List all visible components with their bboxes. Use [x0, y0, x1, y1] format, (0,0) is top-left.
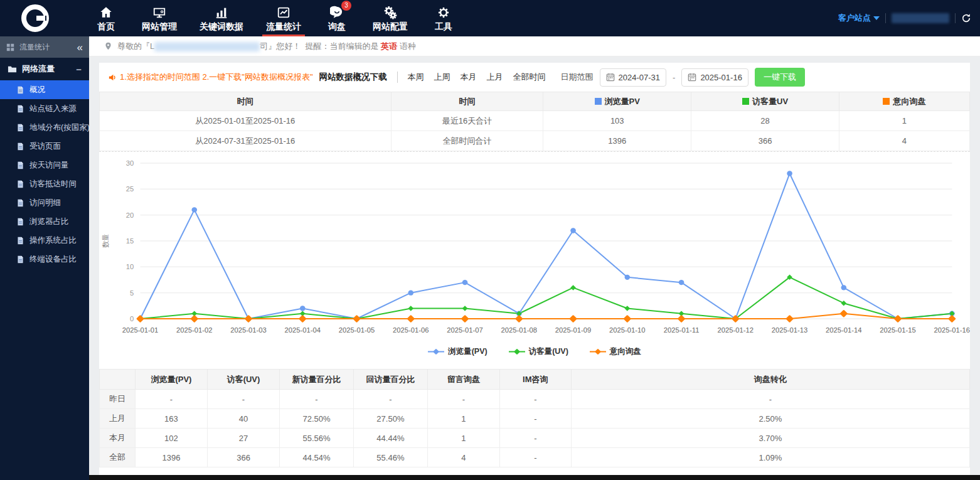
stats-cell: - [207, 390, 279, 409]
stats-table-wrap: 浏览量(PV)访客(UV)新访量百分比回访量百分比留言询盘IM咨询询盘转化 昨日… [99, 369, 970, 467]
keyword-data-icon [215, 4, 228, 19]
chart-section: 051015202530数量2025-01-012025-01-022025-0… [99, 151, 970, 360]
summary-table: 时间时间浏览量PV访客量UV意向询盘 从2025-01-01至2025-01-1… [99, 92, 970, 151]
table-row: 昨日------- [100, 390, 970, 409]
taskbar-strip [89, 475, 980, 480]
language-highlight: 英语 [381, 41, 397, 51]
nav-item-7[interactable]: 工具 [419, 0, 468, 36]
svg-text:2025-01-14: 2025-01-14 [826, 326, 862, 334]
stats-col-header: 浏览量(PV) [135, 370, 207, 390]
doc-icon [16, 124, 24, 132]
summary-cell: 从2025-01-01至2025-01-16 [100, 111, 391, 131]
sidebar-item-10[interactable]: 终端设备占比 [0, 250, 89, 269]
table-row: 从2025-01-01至2025-01-16最近16天合计103281 [100, 111, 970, 131]
date-to-input[interactable]: 2025-01-16 [681, 68, 748, 87]
account-name-redacted [892, 13, 949, 23]
sidebar-group-network-traffic[interactable]: 网络流量 − [0, 58, 89, 80]
sidebar-item-6[interactable]: 访客抵达时间 [0, 174, 89, 193]
legend-item-2[interactable]: 访客量(UV) [509, 346, 568, 357]
sidebar-item-label: 按天访问量 [29, 160, 69, 171]
stats-cell: 4 [427, 448, 499, 467]
stats-cell: 44.44% [353, 429, 427, 448]
nav-item-3[interactable]: 关键词数据 [188, 0, 255, 36]
top-navbar: 首页 网站管理 关键词数据 流量统计3 询盘 网站配置 工具 客户站点 [0, 0, 980, 36]
quick-link-1[interactable]: 本周 [408, 72, 424, 83]
home-icon [99, 4, 113, 19]
traffic-stats-icon [277, 4, 290, 19]
summary-col-header: 时间 [100, 92, 391, 111]
controls-row: 1.选择指定的时间范围 2.一键下载"网站数据概况报表" 网站数据概况下载 本周… [99, 63, 970, 92]
legend-swatch [742, 98, 749, 105]
summary-cell: 1396 [543, 131, 691, 151]
sidebar-collapse-button[interactable]: « [77, 42, 83, 53]
stats-cell: 3.70% [571, 429, 969, 448]
collapse-minus-icon[interactable]: − [76, 64, 82, 75]
main-nav: 首页 网站管理 关键词数据 流量统计3 询盘 网站配置 工具 [82, 0, 468, 36]
summary-col-header: 时间 [391, 92, 543, 111]
legend-marker-icon [590, 348, 606, 356]
sidebar-item-label: 站点链入来源 [29, 104, 77, 114]
stats-cell: 40 [207, 409, 279, 429]
nav-item-label: 流量统计 [266, 21, 301, 33]
quick-link-2[interactable]: 上周 [434, 72, 450, 83]
svg-text:2025-01-01: 2025-01-01 [122, 326, 159, 334]
legend-item-1[interactable]: 浏览量(PV) [428, 346, 487, 357]
legend-item-3[interactable]: 意向询盘 [590, 346, 641, 357]
date-from-input[interactable]: 2024-07-31 [600, 68, 667, 87]
doc-icon [16, 237, 24, 245]
stats-cell: - [499, 429, 571, 448]
stats-cell: 1 [427, 429, 499, 448]
quick-range-links: 本周上周本月上月全部时间 [408, 72, 546, 83]
svg-text:2025-01-10: 2025-01-10 [609, 326, 646, 334]
sidebar-item-1[interactable]: 概况 [0, 80, 89, 99]
legend-label: 意向询盘 [610, 346, 641, 357]
stats-cell: 55.46% [353, 448, 427, 467]
inquiry-icon: 3 [330, 4, 344, 19]
doc-icon [16, 255, 24, 264]
download-button[interactable]: 一键下载 [755, 68, 805, 87]
svg-text:2025-01-04: 2025-01-04 [284, 326, 321, 334]
sidebar-item-5[interactable]: 按天访问量 [0, 156, 89, 174]
customer-site-dropdown[interactable]: 客户站点 [838, 13, 880, 24]
svg-text:20: 20 [126, 211, 134, 219]
sidebar-item-3[interactable]: 地域分布(按国家) [0, 118, 89, 137]
stats-cell: 72.50% [280, 409, 354, 429]
svg-text:2025-01-02: 2025-01-02 [176, 326, 213, 334]
inquiry-badge: 3 [341, 1, 351, 11]
sidebar-item-7[interactable]: 访问明细 [0, 193, 89, 212]
nav-item-5[interactable]: 3 询盘 [312, 0, 361, 36]
traffic-line-chart: 051015202530数量2025-01-012025-01-022025-0… [99, 154, 970, 343]
stats-row-label: 昨日 [100, 390, 136, 409]
stats-cell: 163 [135, 409, 207, 429]
stats-col-header: IM咨询 [499, 370, 571, 390]
refresh-icon[interactable] [961, 13, 971, 23]
summary-cell: 4 [839, 131, 969, 151]
table-row: 从2024-07-31至2025-01-16全部时间合计13963664 [100, 131, 970, 151]
table-row: 全部139636644.54%55.46%4-1.09% [100, 448, 970, 467]
nav-item-4[interactable]: 流量统计 [255, 0, 312, 36]
table-row: 本月1022755.56%44.44%1-3.70% [100, 429, 970, 448]
company-name-redacted [154, 42, 260, 51]
sidebar-item-8[interactable]: 浏览器占比 [0, 212, 89, 231]
sidebar-item-2[interactable]: 站点链入来源 [0, 99, 89, 118]
quick-link-3[interactable]: 本月 [461, 72, 477, 83]
doc-icon [16, 180, 24, 188]
quick-link-4[interactable]: 上月 [487, 72, 503, 83]
main-content: 尊敬的『L司』您好！ 提醒：当前编辑的是 英语 语种 1.选择指定的时间范围 2… [89, 36, 980, 480]
sidebar-title: 流量统计 [19, 42, 72, 53]
stats-cell: - [280, 390, 354, 409]
stats-cell: 44.54% [280, 448, 354, 467]
svg-text:2025-01-08: 2025-01-08 [501, 326, 538, 334]
stats-cell: 1396 [135, 448, 207, 467]
sidebar-item-9[interactable]: 操作系统占比 [0, 231, 89, 250]
sidebar-item-4[interactable]: 受访页面 [0, 137, 89, 156]
quick-link-5[interactable]: 全部时间 [513, 72, 546, 83]
nav-item-1[interactable]: 首页 [82, 0, 130, 36]
svg-text:5: 5 [130, 289, 134, 297]
nav-item-2[interactable]: 网站管理 [130, 0, 188, 36]
summary-cell: 全部时间合计 [391, 131, 543, 151]
nav-item-label: 首页 [97, 21, 115, 33]
folder-icon [8, 65, 17, 74]
calendar-icon [688, 73, 696, 82]
nav-item-6[interactable]: 网站配置 [361, 0, 419, 36]
